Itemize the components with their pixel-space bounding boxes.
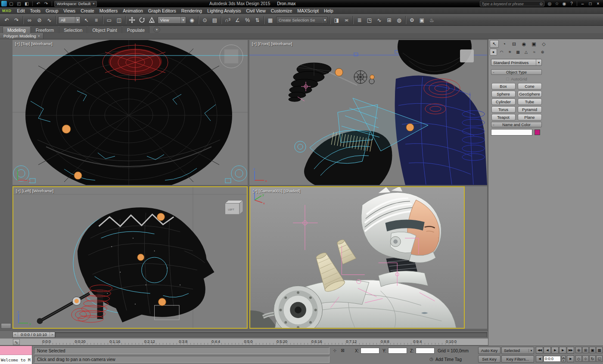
menu-edit[interactable]: Edit [15,7,28,14]
trackbar-corner-button[interactable] [1,323,11,329]
viewport-menu-pov[interactable]: [Front] [258,41,270,46]
selection-set-dropdown[interactable]: Create Selection Se ▾ [276,16,328,24]
track-bar[interactable]: ∿ 0:0:0 0:0:20 0:1:16 0:2:12 0:3:8 0:4:4… [0,338,488,345]
prev-frame-button[interactable]: < [13,333,18,336]
geosphere-button[interactable]: GeoSphere [518,91,542,97]
mini-curve-editor-button[interactable]: ∿ [13,339,20,345]
signin-icon[interactable]: ◉ [561,0,568,7]
align-icon[interactable]: ≍ [342,15,351,25]
pyramid-button[interactable]: Pyramid [518,106,542,113]
close-button[interactable]: × [594,0,602,7]
tab-display-icon[interactable]: ▣ [529,40,538,48]
tab-motion-icon[interactable]: ◉ [519,40,528,48]
primitives-dropdown[interactable]: Standard Primitives ▾ [491,59,542,66]
window-crossing-icon[interactable]: ◫ [114,15,124,25]
category-lights-icon[interactable]: ☀ [506,49,513,56]
render-icon[interactable]: ♨ [427,15,437,25]
category-shapes-icon[interactable]: ◠ [498,49,505,56]
tube-button[interactable]: Tube [518,99,542,105]
spinner-down-icon[interactable]: ▾ [562,359,566,362]
auto-key-button[interactable]: Auto Key [478,347,500,354]
tab-create-icon[interactable]: ↖ [490,40,499,48]
undo-icon[interactable]: ↶ [2,15,12,25]
orbit-icon[interactable]: ↻ [589,355,596,362]
menu-views[interactable]: Views [61,7,78,14]
object-color-swatch[interactable] [535,130,540,135]
object-name-input[interactable] [491,129,532,136]
time-slider-track[interactable] [55,332,487,337]
curve-editor-icon[interactable]: ∿ [374,15,384,25]
menu-create[interactable]: Create [78,7,97,14]
layer-manager-icon[interactable]: ≣ [354,15,364,25]
name-color-rollout-header[interactable]: - Name and Color [491,122,542,127]
menu-rendering[interactable]: Rendering [179,7,205,14]
polygon-modeling-panel[interactable]: Polygon Modeling ▾ [0,33,44,39]
new-file-icon[interactable]: ▢ [8,0,15,7]
rect-region-icon[interactable]: ▭ [104,15,114,25]
next-frame-button[interactable]: ▶ [567,355,574,362]
absolute-mode-icon[interactable]: ⊹ [332,347,338,354]
spinner-up-icon[interactable]: ▴ [562,355,566,359]
viewport-menu-general[interactable]: [+] [15,41,20,46]
restore-button[interactable]: □ [587,0,594,7]
menu-civil-view[interactable]: Civil View [243,7,268,14]
tab-utilities-icon[interactable]: ◇ [539,40,548,48]
category-spacewarps-icon[interactable]: ≈ [531,49,538,56]
redo-icon[interactable]: ↷ [43,0,50,7]
tab-freeform[interactable]: Freeform [31,26,59,33]
category-systems-icon[interactable]: ⊛ [539,49,546,56]
prev-frame-button[interactable]: ◀ [536,355,543,362]
undo-icon[interactable]: ↶ [35,0,42,7]
rotate-icon[interactable] [137,15,147,25]
category-helpers-icon[interactable]: △ [522,49,530,56]
favorites-icon[interactable]: ☆ [553,0,560,7]
app-icon[interactable] [1,1,7,6]
spinner-snap-icon[interactable]: ⇅ [252,15,262,25]
mirror-icon[interactable]: ◨ [332,15,342,25]
search-icon[interactable]: ⊙ [539,2,543,6]
next-key-button[interactable]: ▶ [559,347,566,354]
app-menu-logo[interactable]: MXD [0,9,15,13]
ref-coord-dropdown[interactable]: View ▾ [158,16,186,24]
ribbon-config-icon[interactable]: ▾ [153,27,160,33]
fov-icon[interactable]: ◇ [575,355,582,362]
pan-icon[interactable]: ⊹ [582,355,589,362]
go-start-button[interactable]: ◀◀ [536,347,543,354]
scale-icon[interactable] [147,15,157,25]
menu-maxscript[interactable]: MAXScript [295,7,321,14]
zoom-all-icon[interactable]: ⊞ [582,347,589,353]
open-file-icon[interactable]: ◰ [16,0,22,7]
play-button[interactable]: ▶ [551,347,559,354]
set-key-button[interactable]: Set Key [478,355,500,363]
named-sets-icon[interactable]: ▦ [265,15,275,25]
bind-spacewarp-icon[interactable]: ∿ [44,15,54,25]
menu-lighting-analysis[interactable]: Lighting Analysis [205,7,243,14]
tab-modeling[interactable]: Modeling [3,26,31,33]
cone-button[interactable]: Cone [518,83,542,89]
search-box[interactable]: Type a keyword or phrase ⊙ [480,1,544,6]
viewport-left[interactable]: LEFT [+] [Left] [Wireframe] y z [12,186,248,329]
snap-3d-icon[interactable]: ∩³ [223,15,233,25]
save-icon[interactable]: ◧ [23,0,30,7]
lock-selection-icon[interactable]: ⊠ [339,347,346,354]
key-filters-button[interactable]: Key Filters... [501,355,534,363]
render-setup-icon[interactable]: ⚙ [407,15,417,25]
sphere-button[interactable]: Sphere [491,91,516,97]
zoom-extents-all-icon[interactable]: ▦ [596,347,603,353]
manipulate-icon[interactable]: ⊙ [200,15,210,25]
viewport-camera[interactable]: [+] [Camera001] [Shaded] x y z [249,186,487,329]
move-icon[interactable] [127,15,137,25]
cylinder-button[interactable]: Cylinder [491,99,516,105]
menu-help[interactable]: Help [321,7,336,14]
keyboard-override-icon[interactable]: ▤ [210,15,220,25]
viewport-top[interactable]: [+] [Top] [Wireframe] x y [12,40,248,185]
angle-snap-icon[interactable]: ∠ [233,15,242,25]
add-time-tag[interactable]: Add Time Tag [435,356,462,363]
menu-customize[interactable]: Customize [268,7,295,14]
community-icon[interactable]: ◎ [546,0,553,7]
time-tag-icon[interactable]: ◷ [428,356,435,362]
box-button[interactable]: Box [491,83,516,89]
viewport-menu-shading[interactable]: [Wireframe] [32,188,53,193]
unlink-icon[interactable]: ⊘ [34,15,44,25]
workspace-dropdown[interactable]: Workspace: Default ▾ [54,1,97,7]
